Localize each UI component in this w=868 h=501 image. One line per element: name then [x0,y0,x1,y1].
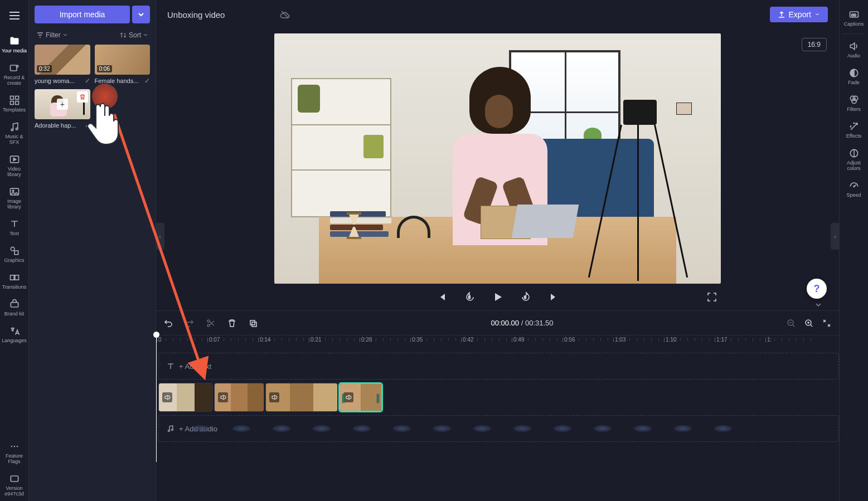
hamburger-menu[interactable] [3,4,26,27]
video-preview[interactable] [274,33,721,284]
svg-point-29 [172,429,173,431]
media-thumbnail[interactable]: 0:32 [35,45,90,75]
collapse-right-panel[interactable]: › [831,223,840,250]
playhead[interactable] [156,335,157,462]
rewind-button[interactable]: 5 [463,290,477,304]
forward-button[interactable]: 5 [519,290,532,304]
svg-point-23 [207,324,210,327]
nav-feature-flags[interactable]: Feature Flags [0,436,29,469]
delete-clip-button[interactable] [226,318,237,329]
svg-point-6 [11,129,13,130]
nav-music-sfx[interactable]: Music & SFX [0,117,29,149]
zoom-fit-button[interactable] [821,318,832,329]
left-nav: Your media Record & create Templates Mus… [0,0,29,501]
nav-transitions[interactable]: Transitions [0,267,29,294]
nav-label: Record & create [1,75,28,86]
text-track[interactable]: + Add text [158,353,839,380]
media-card[interactable]: 0:32 young woma... ✓ [35,45,90,85]
nav-label: Audio [847,53,860,59]
audio-track[interactable]: + Add audio [158,415,839,442]
ruler-tick: 0:14 [260,337,270,343]
sort-icon [120,32,127,38]
redo-button[interactable] [184,318,195,329]
timeline-clip[interactable] [265,383,338,412]
timeline-clip[interactable]: ‖‖ [339,383,382,412]
svg-point-7 [16,128,17,130]
nav-text[interactable]: Text [0,214,29,241]
import-media-dropdown[interactable] [132,6,150,23]
nav-fade[interactable]: Fade [840,63,869,90]
help-button[interactable]: ? [807,279,827,299]
nav-image-library[interactable]: Image library [0,182,29,214]
video-track[interactable]: ‖‖ [158,383,839,412]
nav-brand-kit[interactable]: Brand kit [0,294,29,321]
dots-icon [9,441,20,452]
export-button[interactable]: Export [770,7,828,22]
audio-waveform-placeholder [192,425,833,432]
fullscreen-button[interactable] [705,290,719,304]
nav-captions[interactable]: CC Captions [840,4,869,31]
svg-text:CC: CC [851,13,856,17]
nav-video-library[interactable]: Video library [0,149,29,182]
nav-languages[interactable]: Languages [0,321,29,348]
nav-graphics[interactable]: Graphics [0,241,29,267]
svg-point-38 [854,186,855,187]
nav-audio[interactable]: Audio [840,36,869,63]
nav-effects[interactable]: Effects [840,116,869,143]
svg-rect-14 [14,275,18,280]
skip-start-button[interactable] [435,290,449,304]
zoom-out-button[interactable] [785,318,797,329]
import-media-button[interactable]: Import media [35,6,130,23]
clip-trim-handle-left[interactable]: ‖ [341,384,346,411]
clip-audio-icon [269,392,279,402]
svg-rect-25 [252,322,256,327]
clip-trim-handle-right[interactable]: ‖ [376,384,380,411]
media-card[interactable]: + Adorable hap... ✓ [35,89,90,129]
nav-label: Music & SFX [1,134,28,145]
ruler-tick: 0:49 [513,337,524,343]
nav-label: Your media [2,48,27,53]
timecode-display: 00:00.00 / 00:31.50 [269,319,775,327]
nav-filters[interactable]: Filters [840,90,869,116]
svg-point-11 [11,247,14,251]
fade-icon [848,67,860,79]
timeline-ruler[interactable]: 00:070:140:210:280:350:420:490:561:031:1… [156,335,839,349]
zoom-in-button[interactable] [803,318,814,329]
nav-adjust-colors[interactable]: Adjust colors [840,143,869,176]
undo-button[interactable] [163,318,174,329]
svg-text:5: 5 [468,295,471,299]
project-title-input[interactable] [167,10,273,20]
time-separator: / [521,319,525,327]
media-card[interactable]: 0:06 Female hands... ✓ [95,45,151,85]
skip-start-icon [437,292,447,302]
svg-point-18 [16,446,18,448]
filter-label: Filter [46,31,61,39]
help-collapse-button[interactable] [814,301,822,309]
image-icon [9,186,20,197]
nav-record-create[interactable]: Record & create [0,58,29,90]
nav-your-media[interactable]: Your media [0,31,29,58]
annotation-cursor-hand [84,95,128,145]
media-thumbnail[interactable]: + [35,89,90,119]
duplicate-button[interactable] [248,318,259,329]
split-button[interactable] [205,318,216,329]
ruler-tick: 0:56 [564,337,575,343]
nav-speed[interactable]: Speed [840,176,869,202]
aspect-ratio-button[interactable]: 16:9 [802,38,827,51]
forward-icon: 5 [520,291,531,303]
filter-button[interactable]: Filter [37,31,67,39]
timeline-clip[interactable] [158,383,213,412]
help-symbol: ? [814,283,820,295]
zoom-fit-icon [822,319,831,328]
add-to-timeline-button[interactable]: + [57,99,68,110]
nav-templates[interactable]: Templates [0,90,29,117]
preview-frame [274,33,721,284]
skip-end-button[interactable] [547,290,560,304]
sort-button[interactable]: Sort [120,31,148,39]
adjust-icon [848,148,860,159]
timeline-clip[interactable] [214,383,264,412]
media-title: young woma... [35,77,75,84]
media-thumbnail[interactable]: 0:06 [95,45,151,75]
nav-version[interactable]: Version e947c3d [0,469,29,501]
play-button[interactable] [491,290,505,304]
